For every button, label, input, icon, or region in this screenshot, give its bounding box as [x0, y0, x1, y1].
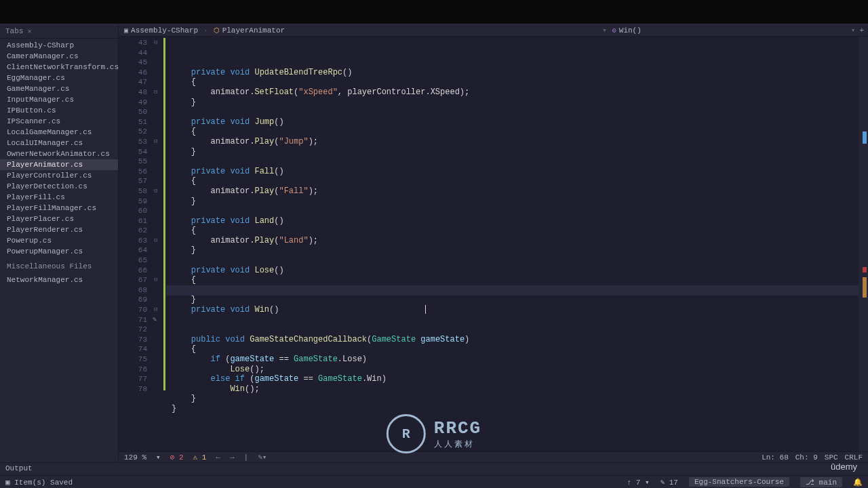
- zoom-level[interactable]: 129 %: [124, 453, 146, 462]
- file-item[interactable]: CameraManager.cs: [0, 51, 118, 62]
- udemy-watermark: ûdemy: [831, 462, 857, 472]
- file-item[interactable]: PlayerController.cs: [0, 170, 118, 181]
- close-icon[interactable]: ✕: [27, 27, 31, 35]
- file-item[interactable]: PlayerPlacer.cs: [0, 214, 118, 224]
- output-panel[interactable]: Output: [0, 462, 868, 475]
- breadcrumb: ▣ Assembly-CSharp · ⬡ PlayerAnimator ▾ ⊙…: [119, 24, 868, 37]
- solution-explorer: Tabs ✕ Assembly-CSharpCameraManager.csCl…: [0, 24, 119, 462]
- change-marker: [163, 38, 165, 390]
- tabs-header: Tabs ✕: [0, 24, 118, 39]
- file-item[interactable]: Powerup.cs: [0, 235, 118, 246]
- csharp-icon: ▣: [124, 26, 128, 35]
- breadcrumb-project[interactable]: ▣ Assembly-CSharp: [119, 26, 203, 35]
- map-warn-marker: [863, 277, 867, 298]
- breadcrumb-separator: ·: [203, 26, 208, 35]
- file-item[interactable]: PlayerFill.cs: [0, 192, 118, 203]
- misc-files-header: Miscellaneous Files: [0, 260, 118, 273]
- file-item[interactable]: LocalUIManager.cs: [0, 138, 118, 148]
- zoom-dropdown-icon[interactable]: ▾: [156, 453, 161, 462]
- scroll-minimap[interactable]: [859, 37, 868, 451]
- file-item[interactable]: EggManager.cs: [0, 73, 118, 83]
- file-item[interactable]: PlayerDetection.cs: [0, 181, 118, 192]
- tabs-label: Tabs: [5, 27, 23, 35]
- git-branch[interactable]: ⎇ main: [800, 477, 842, 487]
- nav-back-icon[interactable]: ←: [216, 453, 220, 462]
- warning-count[interactable]: ⚠ 1: [193, 453, 206, 462]
- file-item[interactable]: PowerupManager.cs: [0, 246, 118, 257]
- app-status-bar: ▣ Item(s) Saved ↑ 7 ▾ ✎ 17 Egg-Snatchers…: [0, 475, 868, 488]
- nav-pen-icon[interactable]: ✎▾: [258, 453, 267, 462]
- line-gutter: 4344454647484950515253545556575859606162…: [119, 37, 154, 451]
- file-item[interactable]: LocalGameManager.cs: [0, 127, 118, 138]
- git-pen-icon[interactable]: ✎ 17: [660, 478, 678, 487]
- file-item[interactable]: Assembly-CSharp: [0, 40, 118, 51]
- error-count[interactable]: ⊘ 2: [170, 453, 184, 462]
- breadcrumb-member[interactable]: ⊙ Win(): [607, 26, 851, 35]
- file-item[interactable]: IPButton.cs: [0, 105, 118, 116]
- cursor-line[interactable]: Ln: 68: [762, 453, 789, 462]
- map-marker: [863, 131, 867, 144]
- file-item[interactable]: PlayerFillManager.cs: [0, 203, 118, 214]
- misc-file-list: NetworkManager.cs: [0, 273, 118, 287]
- breadcrumb-class[interactable]: ⬡ PlayerAnimator: [208, 26, 602, 35]
- file-item[interactable]: NetworkManager.cs: [0, 274, 118, 285]
- indent-mode[interactable]: SPC: [825, 453, 838, 462]
- map-error-marker: [863, 267, 867, 272]
- nav-divider: |: [244, 453, 249, 462]
- title-bar: [0, 0, 868, 24]
- breadcrumb-separator: ▾: [602, 26, 607, 35]
- method-icon: ⊙: [612, 26, 616, 35]
- file-list: Assembly-CSharpCameraManager.csClientNet…: [0, 39, 118, 258]
- status-message: ▣ Item(s) Saved: [5, 478, 73, 487]
- line-ending[interactable]: CRLF: [845, 453, 863, 462]
- file-item[interactable]: PlayerAnimator.cs: [0, 159, 118, 170]
- fold-gutter[interactable]: ⊟⊟⊟⊟⊟⊟⊟: [154, 37, 163, 451]
- editor-area: ▣ Assembly-CSharp · ⬡ PlayerAnimator ▾ ⊙…: [119, 24, 868, 462]
- file-item[interactable]: InputManager.cs: [0, 94, 118, 105]
- git-repo[interactable]: Egg-Snatchers-Course: [689, 477, 789, 487]
- editor-status-bar: 129 % ▾ ⊘ 2 ⚠ 1 ← → | ✎▾ Ln: 68 Ch: 9 SP…: [119, 451, 868, 462]
- editor-content[interactable]: 4344454647484950515253545556575859606162…: [119, 37, 868, 451]
- file-item[interactable]: OwnerNetworkAnimator.cs: [0, 148, 118, 159]
- class-icon: ⬡: [214, 26, 220, 35]
- cursor-col[interactable]: Ch: 9: [795, 453, 818, 462]
- chevron-down-icon[interactable]: ▾: [851, 26, 860, 35]
- add-icon[interactable]: +: [859, 26, 868, 35]
- code-text[interactable]: private void UpdateBlendTreeRpc() { anim…: [166, 37, 859, 451]
- file-item[interactable]: GameManager.cs: [0, 83, 118, 94]
- nav-forward-icon[interactable]: →: [230, 453, 235, 462]
- file-item[interactable]: IPScanner.cs: [0, 116, 118, 127]
- notification-icon[interactable]: 🔔: [853, 478, 863, 487]
- file-item[interactable]: PlayerRenderer.cs: [0, 224, 118, 235]
- git-outgoing[interactable]: ↑ 7 ▾: [627, 478, 649, 487]
- file-item[interactable]: ClientNetworkTransform.cs: [0, 62, 118, 73]
